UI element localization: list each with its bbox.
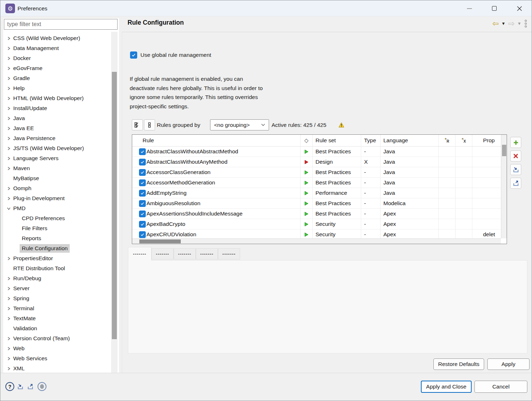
sidebar-item-rule-configuration[interactable]: Rule Configuration bbox=[3, 243, 110, 253]
rule-enabled-checkbox[interactable] bbox=[139, 179, 146, 186]
table-row[interactable]: AbstractClassWithoutAnyMethod Design X J… bbox=[132, 157, 501, 167]
sidebar-item-plug-in-development[interactable]: Plug-in Development bbox=[3, 193, 110, 203]
column-header-regex[interactable]: *R bbox=[438, 135, 455, 146]
rule-enabled-checkbox[interactable] bbox=[139, 231, 146, 238]
column-header-type[interactable]: Type bbox=[361, 135, 380, 146]
sidebar-item-validation[interactable]: Validation bbox=[3, 323, 110, 333]
rule-enabled-checkbox[interactable] bbox=[139, 169, 146, 176]
rule-enabled-checkbox[interactable] bbox=[139, 211, 146, 217]
table-vertical-scrollbar[interactable] bbox=[501, 135, 507, 238]
column-header-prop[interactable]: Prop bbox=[472, 135, 501, 146]
preference-recorder-button[interactable] bbox=[38, 382, 46, 391]
sidebar-item-cpd-preferences[interactable]: CPD Preferences bbox=[3, 213, 110, 223]
sidebar-item-language-servers[interactable]: Language Servers bbox=[3, 153, 110, 163]
table-row[interactable]: ApexCRUDViolation Security - Apex delet bbox=[132, 229, 501, 238]
column-header-language[interactable]: Language bbox=[380, 135, 438, 146]
rules-table-header[interactable]: Rule◇Rule setTypeLanguage*R*XProp bbox=[132, 135, 501, 147]
sidebar-item-egovframe[interactable]: eGovFrame bbox=[3, 63, 110, 73]
sidebar-item-mybatipse[interactable]: MyBatipse bbox=[3, 173, 110, 183]
sidebar-item-reports[interactable]: Reports bbox=[3, 233, 110, 243]
sidebar-item-docker[interactable]: Docker bbox=[3, 53, 110, 63]
select-all-rules-button[interactable] bbox=[132, 119, 143, 130]
rule-enabled-checkbox[interactable] bbox=[139, 221, 146, 228]
rule-enabled-checkbox[interactable] bbox=[139, 148, 146, 155]
tree-chevron-icon[interactable] bbox=[3, 347, 11, 351]
sidebar-item-data-management[interactable]: Data Management bbox=[3, 43, 110, 53]
tree-chevron-icon[interactable] bbox=[3, 257, 11, 261]
table-row[interactable]: ApexBadCrypto Security - Apex bbox=[132, 219, 501, 229]
table-horizontal-scrollbar[interactable] bbox=[132, 238, 501, 244]
restore-defaults-button[interactable]: Restore Defaults bbox=[433, 358, 484, 370]
back-dropdown-icon[interactable]: ▼ bbox=[502, 22, 505, 25]
sidebar-item-xml[interactable]: XML bbox=[3, 363, 110, 373]
table-horizontal-scrollbar-thumb[interactable] bbox=[139, 239, 181, 243]
detail-tab[interactable]: ------- bbox=[128, 247, 151, 261]
tree-chevron-icon[interactable] bbox=[3, 46, 11, 50]
sidebar-item-install-update[interactable]: Install/Update bbox=[3, 103, 110, 113]
grouping-select[interactable]: <no grouping> bbox=[210, 119, 269, 130]
detail-tab[interactable]: ------- bbox=[218, 248, 240, 259]
filter-input[interactable] bbox=[4, 19, 118, 30]
table-row[interactable]: AddEmptyString Performance - Java bbox=[132, 188, 501, 198]
sidebar-item-terminal[interactable]: Terminal bbox=[3, 303, 110, 313]
table-row[interactable]: AccessorMethodGeneration Best Practices … bbox=[132, 178, 501, 188]
sidebar-scrollbar[interactable] bbox=[111, 32, 118, 373]
minimize-button[interactable] bbox=[461, 2, 477, 15]
import-preferences-button[interactable] bbox=[17, 383, 24, 390]
tree-chevron-icon[interactable] bbox=[3, 76, 11, 80]
sidebar-item-web[interactable]: Web bbox=[3, 343, 110, 353]
column-header-ruleset[interactable]: Rule set bbox=[312, 135, 361, 146]
tree-chevron-icon[interactable] bbox=[3, 207, 11, 211]
rule-enabled-checkbox[interactable] bbox=[139, 190, 146, 197]
sidebar-item-web-services[interactable]: Web Services bbox=[3, 353, 110, 363]
tree-chevron-icon[interactable] bbox=[3, 107, 11, 110]
sidebar-item-propertieseditor[interactable]: PropertiesEditor bbox=[3, 253, 110, 263]
cancel-button[interactable]: Cancel bbox=[474, 381, 527, 393]
sidebar-item-help[interactable]: Help bbox=[3, 83, 110, 93]
column-header-xpath[interactable]: *X bbox=[455, 135, 472, 146]
sidebar-item-java-ee[interactable]: Java EE bbox=[3, 123, 110, 133]
table-row[interactable]: AccessorClassGeneration Best Practices -… bbox=[132, 167, 501, 178]
sidebar-item-file-filters[interactable]: File Filters bbox=[3, 223, 110, 233]
tree-chevron-icon[interactable] bbox=[3, 317, 11, 321]
tree-chevron-icon[interactable] bbox=[3, 197, 11, 200]
sidebar-scrollbar-thumb[interactable] bbox=[112, 72, 117, 339]
sidebar-item-java[interactable]: Java bbox=[3, 113, 110, 123]
table-row[interactable]: AbstractClassWithoutAbstractMethod Best … bbox=[132, 147, 501, 157]
help-button[interactable]: ? bbox=[5, 382, 14, 391]
tree-chevron-icon[interactable] bbox=[3, 86, 11, 90]
tree-chevron-icon[interactable] bbox=[3, 367, 11, 371]
tree-chevron-icon[interactable] bbox=[3, 277, 11, 281]
table-row[interactable]: ApexAssertionsShouldIncludeMessage Best … bbox=[132, 209, 501, 219]
detail-tab[interactable]: ------- bbox=[196, 248, 218, 259]
tree-chevron-icon[interactable] bbox=[3, 117, 11, 120]
table-row[interactable]: AmbiguousResolution Best Practices - Mod… bbox=[132, 198, 501, 209]
sidebar-item-js-ts-wild-web-developer-[interactable]: JS/TS (Wild Web Developer) bbox=[3, 143, 110, 153]
tree-chevron-icon[interactable] bbox=[3, 56, 11, 60]
rule-enabled-checkbox[interactable] bbox=[139, 159, 146, 165]
sidebar-item-spring[interactable]: Spring bbox=[3, 293, 110, 303]
tree-chevron-icon[interactable] bbox=[3, 287, 11, 291]
tree-chevron-icon[interactable] bbox=[3, 66, 11, 70]
maximize-button[interactable] bbox=[486, 2, 502, 15]
remove-rule-button[interactable] bbox=[510, 150, 521, 162]
tree-chevron-icon[interactable] bbox=[3, 127, 11, 130]
tree-chevron-icon[interactable] bbox=[3, 96, 11, 100]
sidebar-item-server[interactable]: Server bbox=[3, 283, 110, 293]
sidebar-item-pmd[interactable]: PMD bbox=[3, 203, 110, 213]
sidebar-item-rte-distribution-tool[interactable]: RTE Distribution Tool bbox=[3, 263, 110, 273]
forward-dropdown-icon[interactable]: ▼ bbox=[518, 22, 521, 25]
sidebar-item-gradle[interactable]: Gradle bbox=[3, 73, 110, 83]
tree-chevron-icon[interactable] bbox=[3, 137, 11, 140]
sidebar-item-version-control-team-[interactable]: Version Control (Team) bbox=[3, 333, 110, 343]
use-global-rule-checkbox[interactable] bbox=[130, 51, 137, 59]
sidebar-item-java-persistence[interactable]: Java Persistence bbox=[3, 133, 110, 143]
column-header-rule[interactable]: Rule bbox=[132, 135, 300, 146]
back-arrow-icon[interactable]: ⇦ bbox=[492, 20, 499, 28]
apply-button[interactable]: Apply bbox=[487, 358, 529, 370]
sidebar-item-oomph[interactable]: Oomph bbox=[3, 183, 110, 193]
sidebar-item-css-wild-web-developer-[interactable]: CSS (Wild Web Developer) bbox=[3, 33, 110, 43]
detail-tab[interactable]: ------- bbox=[151, 248, 174, 259]
deselect-all-rules-button[interactable] bbox=[144, 119, 155, 130]
import-ruleset-button[interactable] bbox=[510, 164, 521, 175]
